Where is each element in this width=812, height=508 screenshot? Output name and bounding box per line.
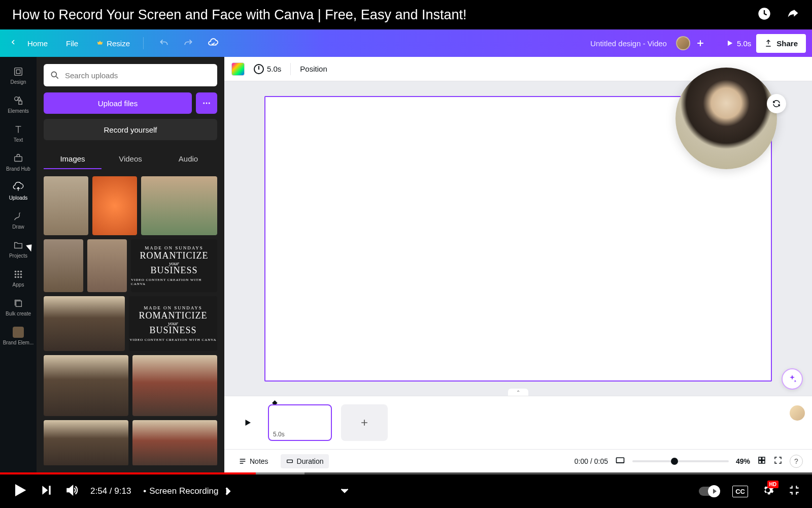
svg-point-7 [17, 271, 19, 273]
autoplay-toggle[interactable] [699, 487, 719, 496]
canvas-stage[interactable]: ⌃ [224, 81, 812, 396]
svg-rect-23 [762, 457, 765, 460]
presenter-avatar [790, 405, 805, 421]
toggle-knob [708, 485, 720, 497]
upload-thumb[interactable] [44, 176, 88, 235]
svg-rect-24 [759, 460, 761, 463]
user-avatar[interactable] [676, 36, 690, 50]
record-yourself-button[interactable]: Record yourself [44, 119, 217, 140]
captions-button[interactable]: CC [732, 486, 748, 497]
chevron-right-icon [221, 485, 234, 498]
upload-thumb[interactable] [92, 176, 137, 235]
slider-knob[interactable] [671, 458, 678, 465]
file-menu[interactable]: File [59, 35, 85, 52]
nav-brand-hub[interactable]: Brand Hub [0, 148, 37, 177]
upload-tabs: Images Videos Audio [44, 149, 217, 169]
upload-thumb[interactable] [132, 420, 217, 465]
nav-uploads[interactable]: Uploads [0, 177, 37, 206]
canvas-page[interactable] [264, 96, 772, 382]
upload-thumb[interactable] [87, 239, 127, 292]
svg-point-16 [51, 72, 56, 77]
fullscreen-icon[interactable] [773, 456, 783, 467]
home-button[interactable]: Home [24, 35, 51, 52]
upload-files-button[interactable]: Upload files [44, 92, 192, 114]
upload-thumb[interactable] [132, 355, 217, 416]
timeline-play-button[interactable] [236, 411, 259, 434]
svg-rect-4 [19, 101, 22, 104]
insights-icon[interactable] [710, 38, 721, 48]
background-color-button[interactable] [231, 62, 245, 76]
position-button[interactable]: Position [300, 65, 327, 73]
refresh-icon [772, 99, 781, 108]
help-button[interactable]: ? [790, 455, 803, 468]
yt-chapter-button[interactable]: • Screen Recording [143, 485, 234, 498]
collapse-timeline-icon[interactable]: ⌃ [508, 389, 528, 396]
search-input-wrapper[interactable] [44, 64, 217, 86]
tab-videos[interactable]: Videos [101, 149, 159, 169]
watch-later-icon[interactable] [757, 7, 771, 23]
divider [290, 63, 291, 75]
scene-thumbnail[interactable]: 5.0s [268, 404, 332, 441]
add-scene-button[interactable] [341, 404, 388, 441]
resize-button[interactable]: Resize [93, 35, 133, 52]
play-icon [243, 418, 252, 427]
yt-play-button[interactable] [11, 482, 27, 500]
refresh-button[interactable] [767, 94, 786, 113]
brand-swatch-icon [13, 327, 24, 338]
yt-chapters-toggle-icon[interactable] [338, 484, 351, 499]
document-title[interactable]: Untitled design - Video [590, 39, 667, 48]
upload-thumb[interactable] [44, 239, 83, 292]
svg-point-19 [209, 103, 210, 104]
notes-button[interactable]: Notes [233, 454, 274, 468]
nav-elements[interactable]: Elements [0, 90, 37, 119]
svg-rect-22 [759, 457, 761, 460]
preview-button[interactable]: 5.0s [726, 39, 751, 48]
progress-bar[interactable] [0, 472, 812, 474]
back-chevron-icon[interactable] [6, 35, 20, 51]
upload-thumb[interactable] [141, 176, 217, 235]
upload-thumb[interactable] [44, 296, 125, 351]
tab-images[interactable]: Images [44, 149, 101, 169]
upload-thumb[interactable] [44, 420, 128, 465]
cloud-sync-icon[interactable] [202, 34, 224, 53]
zoom-slider[interactable] [632, 460, 729, 462]
video-title: How to Record Your Screen and Face with … [12, 7, 467, 23]
magic-button[interactable] [782, 368, 803, 390]
exit-fullscreen-button[interactable] [788, 484, 801, 499]
svg-rect-21 [616, 458, 624, 463]
timing-button[interactable]: 5.0s [254, 64, 281, 74]
share-label: Share [776, 39, 798, 48]
nav-design[interactable]: Design [0, 61, 37, 90]
view-mode-icon[interactable] [615, 455, 625, 467]
yt-next-button[interactable] [40, 484, 53, 499]
nav-apps[interactable]: Apps [0, 264, 37, 293]
upload-thumb[interactable] [44, 355, 128, 416]
undo-icon[interactable] [154, 34, 174, 52]
zoom-percent[interactable]: 49% [736, 457, 750, 465]
redo-icon[interactable] [178, 34, 198, 52]
progress-played [0, 472, 256, 474]
search-icon [50, 70, 60, 80]
nav-draw[interactable]: Draw [0, 206, 37, 235]
settings-button[interactable]: HD [761, 484, 774, 499]
nav-text[interactable]: Text [0, 119, 37, 148]
share-icon[interactable] [786, 7, 800, 23]
nav-rail: Design Elements Text Brand Hub Uploads D… [0, 57, 37, 472]
tab-audio[interactable]: Audio [159, 149, 217, 169]
svg-point-11 [20, 273, 22, 275]
upload-more-button[interactable] [196, 92, 217, 114]
grid-view-icon[interactable] [757, 456, 766, 467]
duration-button[interactable]: Duration [281, 454, 329, 468]
webcam-bubble[interactable] [675, 68, 777, 169]
search-input[interactable] [65, 71, 211, 80]
share-button[interactable]: Share [756, 34, 806, 53]
svg-rect-20 [287, 460, 292, 462]
nav-brand-elements[interactable]: Brand Elem... [0, 322, 37, 351]
add-collaborator-icon[interactable] [695, 38, 705, 48]
upload-thumb[interactable]: MADE ON SUNDAYS ROMANTICIZE your BUSINES… [129, 296, 217, 351]
youtube-player-controls: 2:54 / 9:13 • Screen Recording CC HD [0, 472, 812, 508]
nav-bulk-create[interactable]: Bulk create [0, 293, 37, 322]
upload-thumb[interactable]: MADE ON SUNDAYS ROMANTICIZE your BUSINES… [131, 239, 217, 292]
svg-rect-15 [16, 301, 21, 306]
yt-volume-button[interactable] [65, 484, 78, 499]
